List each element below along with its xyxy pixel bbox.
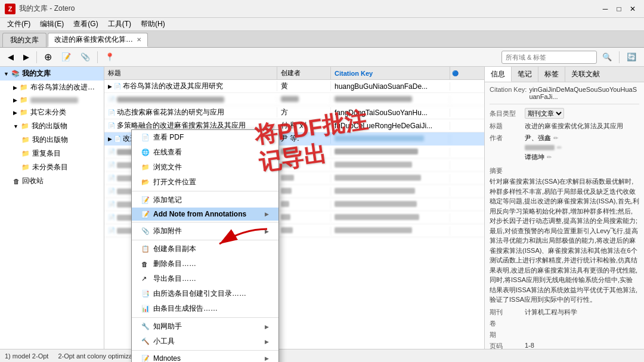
sidebar-item-mypubs[interactable]: ▼ 📁 我的出版物 <box>0 119 104 133</box>
sidebar-item-mypubs2[interactable]: 📁 我的出版物 <box>0 133 104 147</box>
toolbar: ◀ ▶ ⊕ 📝 📎 📍 🔍 🔄 <box>0 48 644 67</box>
ctx-add-note[interactable]: 📝 添加笔记 <box>132 193 278 208</box>
list-item[interactable]: ▶📄 布谷鸟算法的改进及其应用研究 黄 huangBuGuNiaoSuanFaD… <box>104 80 484 93</box>
maximize-button[interactable]: □ <box>612 2 626 16</box>
sidebar-item-blurred[interactable]: ▶ 📁 <box>0 94 104 106</box>
item-type-label: 条目类型 <box>490 109 522 118</box>
list-item[interactable]: 📄 <box>104 93 484 106</box>
author-3: 谭德坤 <box>525 153 544 162</box>
ctx-add-note-annotations[interactable]: 📝 Add Note from Annotations ▶ <box>132 208 278 221</box>
tab-tags[interactable]: 标签 <box>538 67 565 82</box>
sidebar-item-library[interactable]: ▼ 📚 我的文库 <box>0 67 104 81</box>
sidebar-item-unfiled[interactable]: 📁 未分类条目 <box>0 160 104 174</box>
status-item-1: 1) model 2-Opt <box>5 352 48 360</box>
sidebar-item-cuckoo[interactable]: ▶ 📁 布谷鸟算法的改进及其应用研究 <box>0 81 104 94</box>
new-item-button[interactable]: ⊕ <box>40 50 56 64</box>
ctx-view-online[interactable]: 🌐 在线查看 <box>132 145 278 160</box>
status-item-2: 2-Opt ant colony optimization <box>58 352 143 360</box>
context-menu: 📄 查看 PDF 🌐 在线查看 📁 浏览文件 📂 打开文件位置 📝 添加笔记 📝… <box>131 129 279 362</box>
tab-info[interactable]: 信息 <box>485 67 512 82</box>
sidebar-item-trash[interactable]: 🗑 回收站 <box>0 174 104 188</box>
col-header-citation[interactable]: Citation Key <box>331 67 450 79</box>
delete-icon: 🗑 <box>141 261 150 268</box>
citation-key-label: Citation Key: <box>490 86 527 93</box>
col-header-creator[interactable]: 创建者 <box>277 67 331 79</box>
new-note-button[interactable]: 📝 <box>57 50 75 64</box>
tab-notes[interactable]: 笔记 <box>512 67 538 82</box>
col-header-title[interactable]: 标题 <box>104 67 277 79</box>
ctx-tools[interactable]: 🔨 小工具 ▶ <box>132 334 278 349</box>
locate-button[interactable]: 📍 <box>101 50 119 64</box>
menu-edit[interactable]: 编辑(E) <box>35 18 69 30</box>
minimize-button[interactable]: ─ <box>599 2 612 16</box>
author-edit-icon[interactable]: ✏ <box>553 135 558 141</box>
author-label: 作者 <box>490 134 522 143</box>
tab-active[interactable]: 改进的麻雀搜索优化算… ✕ <box>48 33 148 47</box>
tools-icon: 🔨 <box>141 338 150 345</box>
tab-bar: 我的文库 改进的麻雀搜索优化算… ✕ <box>0 31 644 48</box>
forward-button[interactable]: ▶ <box>19 50 33 64</box>
menu-file[interactable]: 文件(F) <box>2 18 35 30</box>
add-note-annotations-icon: 📝 <box>141 211 150 218</box>
right-panel-tabs: 信息 笔记 标签 关联文献 <box>485 67 644 82</box>
journal-value: 计算机工程与科学 <box>525 308 577 317</box>
author-1: 尹、强鑫 <box>525 134 551 143</box>
view-online-icon: 🌐 <box>141 148 150 156</box>
list-item[interactable]: 📄 动态搜索麻雀花算法的研究与应用 方 fangDongTaiSouSuoYan… <box>104 106 484 119</box>
title-text: 我的文库 - Zotero <box>19 4 75 14</box>
add-attachment-icon: 📎 <box>141 227 150 235</box>
add-attachment-button[interactable]: 📎 <box>76 50 94 64</box>
sync-button[interactable]: 🔄 <box>623 50 640 64</box>
mdnotes-icon: 📝 <box>141 355 150 363</box>
add-note-icon: 📝 <box>141 196 150 204</box>
ctx-duplicate[interactable]: 📋 创建条目副本 <box>132 242 278 256</box>
pages-value: 1-8 <box>525 342 534 349</box>
ctx-create-bib[interactable]: 📑 由所选条目创建引文目录…… <box>132 286 278 301</box>
ctx-browse-file[interactable]: 📁 浏览文件 <box>132 160 278 175</box>
sidebar-item-uncategorized[interactable]: ▶ 📁 其它未分类 <box>0 106 104 119</box>
abstract-text: 针对麻雀搜索算法(SSA)在求解目标函数最优解时,种群多样性不丰富,易陷于局部最… <box>490 177 639 305</box>
submenu-arrow2: ▶ <box>265 228 269 234</box>
expand-arrow: ▼ <box>4 71 9 77</box>
duplicate-icon: 📋 <box>141 245 150 253</box>
menu-help[interactable]: 帮助(H) <box>136 18 170 30</box>
journal-label: 期刊 <box>490 308 522 317</box>
abstract-label: 摘要 <box>490 166 639 175</box>
item-type-select[interactable]: 期刊文章 <box>525 108 564 119</box>
sidebar-item-duplicates[interactable]: 📁 重复条目 <box>0 147 104 160</box>
ctx-view-pdf[interactable]: 📄 查看 PDF <box>132 130 278 145</box>
browse-file-icon: 📁 <box>141 163 150 171</box>
open-location-icon: 📂 <box>141 178 150 186</box>
statusbar: 1) model 2-Opt 2-Opt ant colony optimiza… <box>0 349 644 362</box>
ctx-open-location[interactable]: 📂 打开文件位置 <box>132 175 278 190</box>
close-button[interactable]: ✕ <box>626 2 639 16</box>
search-input[interactable] <box>501 51 597 64</box>
tab-close-icon[interactable]: ✕ <box>137 36 141 43</box>
view-pdf-icon: 📄 <box>141 134 150 141</box>
app-logo: Z <box>5 4 16 14</box>
issue-label: 期 <box>490 330 522 339</box>
column-headers: 标题 创建者 Citation Key 🔵 <box>104 67 484 80</box>
ctx-generate-report[interactable]: 📊 由条目生成报告…… <box>132 301 278 316</box>
back-button[interactable]: ◀ <box>4 50 18 64</box>
col-header-read[interactable]: 🔵 <box>450 67 462 79</box>
search-button[interactable]: 🔍 <box>598 50 616 64</box>
tab-my-library[interactable]: 我的文库 <box>2 33 47 47</box>
citation-key-value: yinGaiJinDeMaQueSouSuoYouHuaSuanFaJi... <box>529 86 639 100</box>
right-panel: 信息 笔记 标签 关联文献 Citation Key: yinGaiJinDeM… <box>484 67 644 349</box>
menu-view[interactable]: 查看(G) <box>69 18 103 30</box>
title-value: 改进的麻雀搜索优化算法及其应用 <box>525 122 623 131</box>
volume-label: 卷 <box>490 319 522 328</box>
ctx-delete[interactable]: 🗑 删除条目…… <box>132 256 278 271</box>
submenu-arrow: ▶ <box>265 211 269 217</box>
ctx-zhiwang[interactable]: 🔧 知网助手 ▶ <box>132 319 278 334</box>
export-icon: ↗ <box>141 275 150 283</box>
author-edit-icon-3[interactable]: ✏ <box>547 154 552 160</box>
zhiwang-icon: 🔧 <box>141 323 150 330</box>
menu-tools[interactable]: 工具(T) <box>103 18 136 30</box>
tab-related[interactable]: 关联文献 <box>565 67 606 82</box>
ctx-mdnotes[interactable]: 📝 Mdnotes ▶ <box>132 352 278 362</box>
ctx-add-attachment[interactable]: 📎 添加附件 ▶ <box>132 224 278 239</box>
ctx-export[interactable]: ↗ 导出条目…… <box>132 271 278 286</box>
titlebar: Z 我的文库 - Zotero ─ □ ✕ <box>0 0 644 18</box>
